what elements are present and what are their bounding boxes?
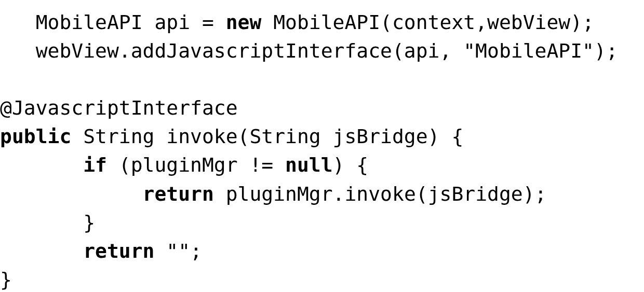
code-line-7: return pluginMgr.invoke(jsBridge); (0, 183, 546, 205)
code-line-4: @JavascriptInterface (0, 96, 238, 119)
code-line-2: webView.addJavascriptInterface(api, "Mob… (0, 39, 618, 62)
code-line-8: } (0, 211, 95, 234)
code-line-10: } (0, 268, 12, 291)
code-line-5: public String invoke(String jsBridge) { (0, 125, 463, 148)
code-line-6: if (pluginMgr != null) { (0, 154, 368, 176)
code-line-9: return ""; (0, 240, 202, 262)
code-snippet: MobileAPI api = new MobileAPI(context,we… (0, 0, 644, 292)
code-line-1: MobileAPI api = new MobileAPI(context,we… (0, 11, 594, 34)
